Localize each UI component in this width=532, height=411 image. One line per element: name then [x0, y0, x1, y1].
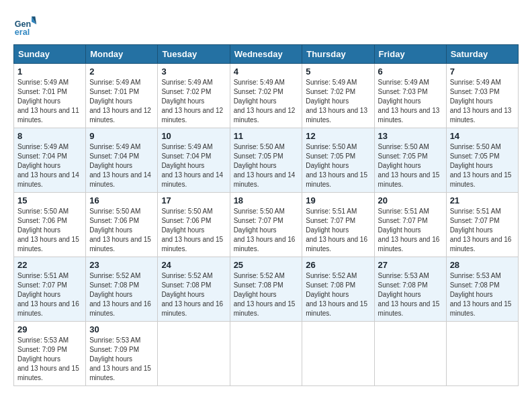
col-header-monday: Monday	[86, 45, 158, 64]
col-header-thursday: Thursday	[302, 45, 374, 64]
day-number: 28	[450, 260, 515, 270]
calendar-cell: 13 Sunrise: 5:50 AM Sunset: 7:05 PM Dayl…	[374, 128, 446, 193]
day-info: Sunrise: 5:50 AM Sunset: 7:05 PM Dayligh…	[378, 142, 443, 189]
day-number: 13	[378, 131, 443, 141]
calendar-cell: 2 Sunrise: 5:49 AM Sunset: 7:01 PM Dayli…	[86, 64, 158, 128]
day-info: Sunrise: 5:52 AM Sunset: 7:08 PM Dayligh…	[161, 271, 226, 318]
day-number: 4	[234, 66, 299, 77]
calendar-cell: 7 Sunrise: 5:49 AM Sunset: 7:03 PM Dayli…	[446, 64, 518, 128]
calendar-cell: 26 Sunrise: 5:52 AM Sunset: 7:08 PM Dayl…	[302, 257, 374, 322]
calendar-cell	[230, 322, 302, 386]
day-info: Sunrise: 5:49 AM Sunset: 7:03 PM Dayligh…	[378, 78, 443, 125]
calendar-cell: 20 Sunrise: 5:51 AM Sunset: 7:07 PM Dayl…	[374, 193, 446, 257]
day-number: 17	[161, 195, 226, 205]
day-info: Sunrise: 5:50 AM Sunset: 7:06 PM Dayligh…	[17, 207, 82, 254]
day-info: Sunrise: 5:49 AM Sunset: 7:04 PM Dayligh…	[17, 142, 82, 189]
calendar-cell: 24 Sunrise: 5:52 AM Sunset: 7:08 PM Dayl…	[158, 257, 230, 322]
day-number: 10	[161, 131, 226, 141]
calendar-week-row: 8 Sunrise: 5:49 AM Sunset: 7:04 PM Dayli…	[14, 128, 519, 193]
day-info: Sunrise: 5:53 AM Sunset: 7:08 PM Dayligh…	[378, 271, 443, 318]
day-info: Sunrise: 5:50 AM Sunset: 7:05 PM Dayligh…	[306, 142, 370, 189]
day-info: Sunrise: 5:49 AM Sunset: 7:03 PM Dayligh…	[450, 78, 515, 125]
calendar-cell: 1 Sunrise: 5:49 AM Sunset: 7:01 PM Dayli…	[14, 64, 86, 128]
calendar-week-row: 29 Sunrise: 5:53 AM Sunset: 7:09 PM Dayl…	[14, 322, 519, 386]
calendar-cell	[446, 322, 518, 386]
day-number: 2	[89, 66, 154, 77]
day-info: Sunrise: 5:51 AM Sunset: 7:07 PM Dayligh…	[306, 207, 370, 254]
col-header-wednesday: Wednesday	[230, 45, 302, 64]
day-number: 1	[17, 66, 82, 77]
day-info: Sunrise: 5:50 AM Sunset: 7:06 PM Dayligh…	[161, 207, 226, 254]
col-header-sunday: Sunday	[14, 45, 86, 64]
col-header-tuesday: Tuesday	[158, 45, 230, 64]
logo-icon: Gen eral	[13, 13, 38, 38]
col-header-saturday: Saturday	[446, 45, 518, 64]
day-number: 15	[17, 195, 82, 205]
calendar-cell: 10 Sunrise: 5:49 AM Sunset: 7:04 PM Dayl…	[158, 128, 230, 193]
day-number: 5	[306, 66, 370, 77]
calendar-cell: 23 Sunrise: 5:52 AM Sunset: 7:08 PM Dayl…	[86, 257, 158, 322]
day-info: Sunrise: 5:50 AM Sunset: 7:05 PM Dayligh…	[234, 142, 299, 189]
calendar-cell: 21 Sunrise: 5:51 AM Sunset: 7:07 PM Dayl…	[446, 193, 518, 257]
calendar-cell	[302, 322, 374, 386]
day-info: Sunrise: 5:51 AM Sunset: 7:07 PM Dayligh…	[17, 271, 82, 318]
day-info: Sunrise: 5:53 AM Sunset: 7:09 PM Dayligh…	[89, 336, 154, 383]
day-number: 29	[17, 324, 82, 334]
calendar-week-row: 15 Sunrise: 5:50 AM Sunset: 7:06 PM Dayl…	[14, 193, 519, 257]
calendar-cell: 16 Sunrise: 5:50 AM Sunset: 7:06 PM Dayl…	[86, 193, 158, 257]
calendar-cell: 5 Sunrise: 5:49 AM Sunset: 7:02 PM Dayli…	[302, 64, 374, 128]
day-number: 19	[306, 195, 370, 205]
calendar-cell: 27 Sunrise: 5:53 AM Sunset: 7:08 PM Dayl…	[374, 257, 446, 322]
calendar-cell: 28 Sunrise: 5:53 AM Sunset: 7:08 PM Dayl…	[446, 257, 518, 322]
day-number: 3	[161, 66, 226, 77]
calendar-cell: 9 Sunrise: 5:49 AM Sunset: 7:04 PM Dayli…	[86, 128, 158, 193]
calendar-cell: 22 Sunrise: 5:51 AM Sunset: 7:07 PM Dayl…	[14, 257, 86, 322]
day-info: Sunrise: 5:49 AM Sunset: 7:02 PM Dayligh…	[161, 78, 226, 125]
calendar-cell: 17 Sunrise: 5:50 AM Sunset: 7:06 PM Dayl…	[158, 193, 230, 257]
day-info: Sunrise: 5:49 AM Sunset: 7:02 PM Dayligh…	[234, 78, 299, 125]
calendar-cell: 3 Sunrise: 5:49 AM Sunset: 7:02 PM Dayli…	[158, 64, 230, 128]
calendar-cell	[158, 322, 230, 386]
day-info: Sunrise: 5:53 AM Sunset: 7:08 PM Dayligh…	[450, 271, 515, 318]
calendar-cell: 29 Sunrise: 5:53 AM Sunset: 7:09 PM Dayl…	[14, 322, 86, 386]
day-number: 22	[17, 260, 82, 270]
day-number: 6	[378, 66, 443, 77]
calendar-week-row: 1 Sunrise: 5:49 AM Sunset: 7:01 PM Dayli…	[14, 64, 519, 128]
day-info: Sunrise: 5:53 AM Sunset: 7:09 PM Dayligh…	[17, 336, 82, 383]
day-number: 24	[161, 260, 226, 270]
day-info: Sunrise: 5:51 AM Sunset: 7:07 PM Dayligh…	[378, 207, 443, 254]
day-info: Sunrise: 5:49 AM Sunset: 7:04 PM Dayligh…	[89, 142, 154, 189]
day-number: 8	[17, 131, 82, 141]
calendar-cell: 30 Sunrise: 5:53 AM Sunset: 7:09 PM Dayl…	[86, 322, 158, 386]
calendar-cell: 8 Sunrise: 5:49 AM Sunset: 7:04 PM Dayli…	[14, 128, 86, 193]
day-number: 12	[306, 131, 370, 141]
calendar-cell: 25 Sunrise: 5:52 AM Sunset: 7:08 PM Dayl…	[230, 257, 302, 322]
day-number: 7	[450, 66, 515, 77]
calendar-cell: 14 Sunrise: 5:50 AM Sunset: 7:05 PM Dayl…	[446, 128, 518, 193]
day-info: Sunrise: 5:52 AM Sunset: 7:08 PM Dayligh…	[89, 271, 154, 318]
day-info: Sunrise: 5:49 AM Sunset: 7:02 PM Dayligh…	[306, 78, 370, 125]
col-header-friday: Friday	[374, 45, 446, 64]
calendar-table: SundayMondayTuesdayWednesdayThursdayFrid…	[13, 44, 519, 386]
day-number: 14	[450, 131, 515, 141]
day-info: Sunrise: 5:49 AM Sunset: 7:01 PM Dayligh…	[89, 78, 154, 125]
day-number: 21	[450, 195, 515, 205]
day-number: 26	[306, 260, 370, 270]
calendar-cell	[374, 322, 446, 386]
calendar-cell: 19 Sunrise: 5:51 AM Sunset: 7:07 PM Dayl…	[302, 193, 374, 257]
logo: Gen eral	[13, 13, 40, 38]
day-number: 9	[89, 131, 154, 141]
day-info: Sunrise: 5:50 AM Sunset: 7:06 PM Dayligh…	[89, 207, 154, 254]
day-number: 20	[378, 195, 443, 205]
calendar-cell: 18 Sunrise: 5:50 AM Sunset: 7:07 PM Dayl…	[230, 193, 302, 257]
day-number: 18	[234, 195, 299, 205]
day-number: 30	[89, 324, 154, 334]
day-number: 27	[378, 260, 443, 270]
day-info: Sunrise: 5:52 AM Sunset: 7:08 PM Dayligh…	[306, 271, 370, 318]
day-info: Sunrise: 5:50 AM Sunset: 7:05 PM Dayligh…	[450, 142, 515, 189]
calendar-cell: 11 Sunrise: 5:50 AM Sunset: 7:05 PM Dayl…	[230, 128, 302, 193]
day-number: 11	[234, 131, 299, 141]
calendar-header-row: SundayMondayTuesdayWednesdayThursdayFrid…	[14, 45, 519, 64]
day-info: Sunrise: 5:51 AM Sunset: 7:07 PM Dayligh…	[450, 207, 515, 254]
day-number: 25	[234, 260, 299, 270]
